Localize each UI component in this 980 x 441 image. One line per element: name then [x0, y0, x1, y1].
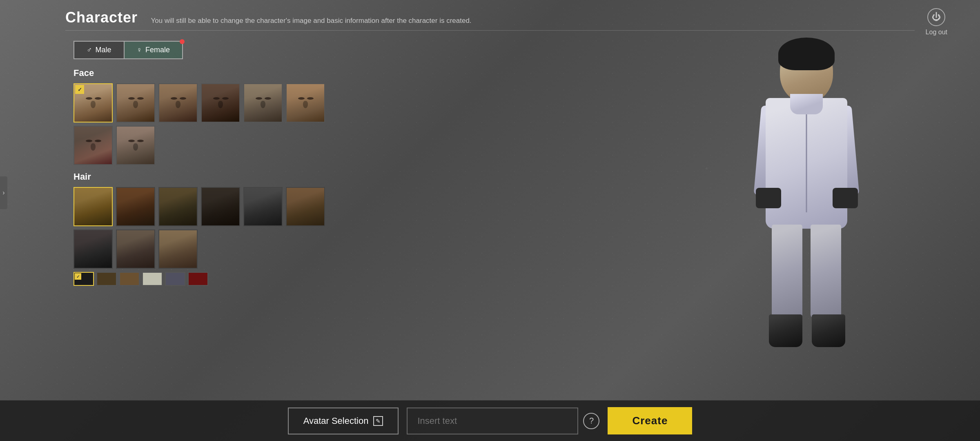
customization-panel: Face ✓ — [74, 61, 351, 286]
help-icon: ? — [589, 416, 594, 425]
hair-item[interactable] — [158, 187, 198, 226]
create-label: Create — [632, 414, 668, 427]
char-body — [766, 98, 847, 229]
face-item[interactable] — [158, 83, 198, 122]
character-name-input[interactable] — [407, 408, 578, 434]
char-boot-left — [769, 314, 802, 347]
hair-color-swatches: ✓ — [74, 272, 351, 286]
hair-item[interactable] — [286, 187, 325, 226]
male-button[interactable]: ♂ Male — [74, 41, 124, 59]
face-item[interactable]: ✓ — [74, 83, 113, 122]
color-swatch-blonde[interactable] — [142, 272, 163, 286]
color-swatch-dark-brown[interactable] — [96, 272, 117, 286]
logout-button[interactable]: ⏻ Log out — [926, 8, 947, 36]
face-item[interactable] — [201, 83, 240, 122]
face-item[interactable] — [116, 83, 155, 122]
hair-item[interactable] — [116, 229, 155, 269]
logout-label: Log out — [926, 29, 947, 36]
char-zipper — [806, 106, 807, 212]
hair-item[interactable] — [158, 229, 198, 269]
character-name-field: ? — [407, 408, 599, 434]
male-symbol: ♂ — [87, 46, 92, 54]
female-symbol: ♀ — [137, 46, 143, 54]
face-item[interactable] — [286, 83, 325, 122]
color-swatch-medium-brown[interactable] — [119, 272, 140, 286]
char-glove-left — [756, 188, 781, 208]
male-label: Male — [96, 46, 111, 54]
bottom-action-bar: Avatar Selection ✎ ? Create — [0, 400, 980, 441]
char-pants-left — [772, 225, 802, 318]
selected-checkmark: ✓ — [75, 85, 84, 94]
help-button[interactable]: ? — [583, 413, 599, 429]
edit-icon: ✎ — [373, 416, 383, 426]
left-panel-tab[interactable] — [0, 176, 7, 209]
power-icon: ⏻ — [927, 8, 945, 26]
selected-checkmark: ✓ — [75, 273, 81, 280]
hair-item[interactable] — [74, 229, 113, 269]
gender-toggle: ♂ Male ♀ Female — [74, 41, 183, 59]
female-button[interactable]: ♀ Female — [124, 41, 183, 59]
hair-item[interactable] — [116, 187, 155, 226]
avatar-selection-button[interactable]: Avatar Selection ✎ — [288, 408, 399, 434]
notification-dot — [180, 39, 185, 44]
hair-section-label: Hair — [74, 172, 351, 182]
color-swatch-dark-red[interactable] — [188, 272, 208, 286]
color-swatch-black[interactable]: ✓ — [74, 272, 94, 286]
character-preview — [715, 24, 898, 392]
char-hair — [778, 38, 835, 70]
face-item[interactable] — [243, 83, 283, 122]
hair-grid: ✓ — [74, 187, 351, 269]
hair-item[interactable]: ✓ — [74, 187, 113, 226]
face-item[interactable] — [74, 126, 113, 165]
char-glove-right — [833, 188, 858, 208]
char-boot-right — [812, 314, 845, 347]
header-subtitle: You will still be able to change the cha… — [151, 17, 472, 25]
face-section-label: Face — [74, 68, 351, 78]
face-grid: ✓ — [74, 83, 351, 165]
female-label: Female — [145, 46, 170, 54]
hair-item[interactable] — [243, 187, 283, 226]
face-item[interactable] — [116, 126, 155, 165]
hair-item[interactable] — [201, 187, 240, 226]
color-swatch-dark-grey[interactable] — [165, 272, 185, 286]
create-button[interactable]: Create — [608, 407, 692, 434]
character-figure — [733, 41, 880, 376]
avatar-selection-label: Avatar Selection — [303, 416, 369, 426]
char-collar — [790, 94, 823, 114]
page-title: Character — [65, 9, 138, 26]
char-pants-right — [811, 225, 841, 318]
